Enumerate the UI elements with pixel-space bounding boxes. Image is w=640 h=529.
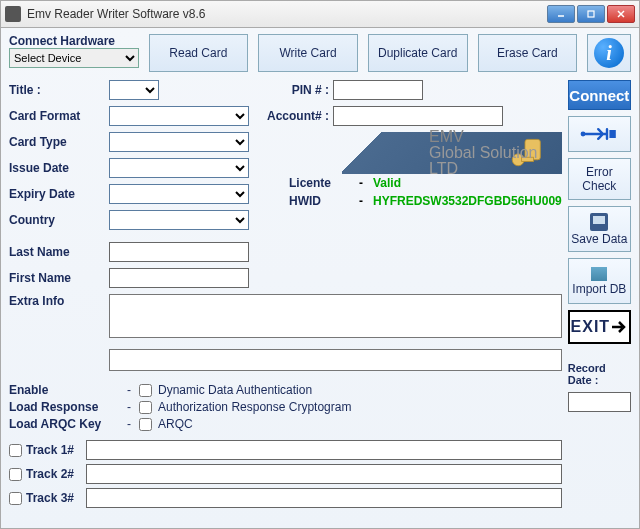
account-input[interactable] [333, 106, 503, 126]
import-db-button[interactable]: Import DB [568, 258, 631, 304]
issue-date-select[interactable] [109, 158, 249, 178]
card-format-select[interactable] [109, 106, 249, 126]
issue-date-label: Issue Date [9, 161, 109, 175]
last-name-input[interactable] [109, 242, 249, 262]
close-button[interactable] [607, 5, 635, 23]
track3-label: Track 3# [26, 491, 86, 505]
connect-button[interactable]: Connect [568, 80, 631, 110]
duplicate-card-button[interactable]: Duplicate Card [368, 34, 468, 72]
track3-input[interactable] [86, 488, 562, 508]
account-label: Account# : [259, 109, 329, 123]
app-icon [5, 6, 21, 22]
hwid-value: HYFREDSW3532DFGBD56HU009 [373, 194, 562, 208]
brand-banner: EMV Global Solution LTD [259, 132, 562, 174]
svg-point-7 [581, 132, 586, 137]
track2-checkbox[interactable] [9, 468, 22, 481]
error-check-button[interactable]: Error Check [568, 158, 631, 200]
card-type-label: Card Type [9, 135, 109, 149]
info-button[interactable]: i [587, 34, 631, 72]
device-select[interactable]: Select Device [9, 48, 139, 68]
extra-info-label: Extra Info [9, 294, 109, 308]
expiry-date-label: Expiry Date [9, 187, 109, 201]
minimize-button[interactable] [547, 5, 575, 23]
track3-checkbox[interactable] [9, 492, 22, 505]
enable-label: Enable [9, 383, 119, 397]
pin-label: PIN # : [259, 83, 329, 97]
load-response-label: Load Response [9, 400, 119, 414]
titlebar: Emv Reader Writer Software v8.6 [0, 0, 640, 28]
window-title: Emv Reader Writer Software v8.6 [27, 7, 547, 21]
first-name-label: First Name [9, 271, 109, 285]
country-select[interactable] [109, 210, 249, 230]
connect-hardware-label: Connect Hardware [9, 34, 139, 48]
pin-input[interactable] [333, 80, 423, 100]
first-name-input[interactable] [109, 268, 249, 288]
extra-line-input[interactable] [109, 349, 562, 371]
load-arqc-label: Load ARQC Key [9, 417, 119, 431]
auth-resp-checkbox[interactable] [139, 401, 152, 414]
extra-info-textarea[interactable] [109, 294, 562, 338]
dyn-auth-label: Dynamic Data Authentication [158, 383, 312, 397]
import-icon [591, 267, 607, 281]
erase-card-button[interactable]: Erase Card [478, 34, 578, 72]
exit-arrow-icon [610, 319, 628, 335]
auth-resp-label: Authorization Response Cryptogram [158, 400, 351, 414]
record-date-label: Record Date : [568, 362, 631, 386]
write-card-button[interactable]: Write Card [258, 34, 358, 72]
expiry-date-select[interactable] [109, 184, 249, 204]
banner-line1: EMV [429, 129, 562, 145]
read-card-button[interactable]: Read Card [149, 34, 249, 72]
license-value: Valid [373, 176, 401, 190]
card-type-select[interactable] [109, 132, 249, 152]
maximize-button[interactable] [577, 5, 605, 23]
arqc-label: ARQC [158, 417, 193, 431]
save-data-button[interactable]: Save Data [568, 206, 631, 252]
usb-button[interactable] [568, 116, 631, 152]
country-label: Country [9, 213, 109, 227]
license-label: Licente [289, 176, 349, 190]
info-icon: i [594, 38, 624, 68]
hwid-label: HWID [289, 194, 349, 208]
svg-rect-1 [588, 11, 594, 17]
banner-line2: Global Solution LTD [429, 145, 562, 177]
exit-button[interactable]: EXIT [568, 310, 631, 344]
last-name-label: Last Name [9, 245, 109, 259]
dyn-auth-checkbox[interactable] [139, 384, 152, 397]
track1-label: Track 1# [26, 443, 86, 457]
svg-rect-8 [610, 130, 616, 138]
arqc-checkbox[interactable] [139, 418, 152, 431]
record-date-input[interactable] [568, 392, 631, 412]
title-select[interactable] [109, 80, 159, 100]
track2-input[interactable] [86, 464, 562, 484]
card-format-label: Card Format [9, 109, 109, 123]
track2-label: Track 2# [26, 467, 86, 481]
track1-input[interactable] [86, 440, 562, 460]
title-label: Title : [9, 83, 109, 97]
track1-checkbox[interactable] [9, 444, 22, 457]
save-icon [590, 213, 608, 231]
usb-icon [579, 125, 619, 143]
